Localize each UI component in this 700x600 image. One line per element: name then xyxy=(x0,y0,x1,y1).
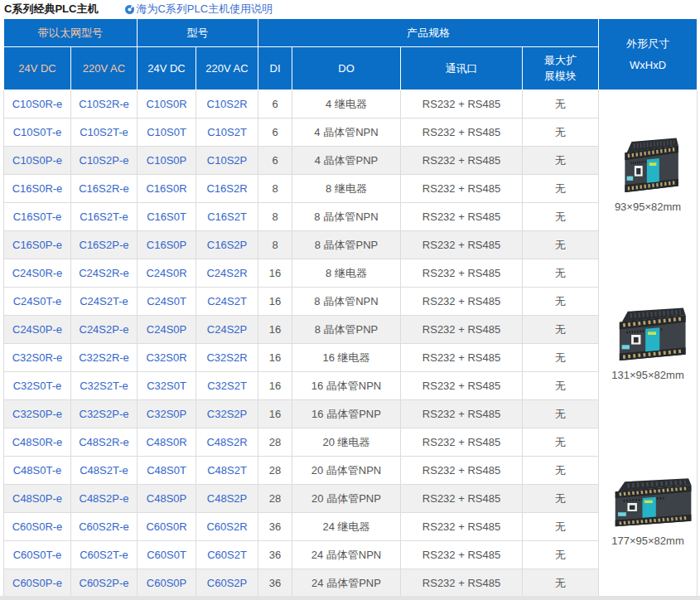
model-link-eth-220vac[interactable]: C16S2P-e xyxy=(71,231,138,259)
di-value: 8 xyxy=(258,231,292,259)
max-expansion-value: 无 xyxy=(523,541,599,569)
model-link-eth-220vac[interactable]: C24S2R-e xyxy=(71,259,138,288)
model-link-220vac[interactable]: C16S2R xyxy=(196,175,258,203)
model-link-24vdc[interactable]: C24S0P xyxy=(138,316,196,344)
plc-spec-table: 带以太网型号 型号 产品规格 外形尺寸 WxHxD 24V DC 220V AC… xyxy=(3,18,698,598)
model-link-24vdc[interactable]: C60S0R xyxy=(138,513,196,541)
model-link-220vac[interactable]: C48S2T xyxy=(196,457,258,485)
di-value: 6 xyxy=(258,119,292,147)
model-link-eth-220vac[interactable]: C24S2T-e xyxy=(71,288,138,316)
model-link-eth-24vdc[interactable]: C48S0R-e xyxy=(4,428,71,457)
model-link-24vdc[interactable]: C24S0R xyxy=(138,259,196,288)
max-expansion-value: 无 xyxy=(523,316,599,344)
model-link-eth-220vac[interactable]: C48S2T-e xyxy=(71,457,138,485)
model-link-eth-24vdc[interactable]: C10S0R-e xyxy=(4,90,71,119)
model-link-24vdc[interactable]: C32S0R xyxy=(138,344,196,372)
model-link-eth-24vdc[interactable]: C60S0P-e xyxy=(4,569,71,598)
model-link-220vac[interactable]: C32S2T xyxy=(196,372,258,400)
model-link-220vac[interactable]: C48S2R xyxy=(196,428,258,457)
model-link-eth-220vac[interactable]: C32S2R-e xyxy=(71,344,138,372)
model-link-eth-24vdc[interactable]: C24S0R-e xyxy=(4,259,71,288)
max-expansion-value: 无 xyxy=(523,288,599,316)
model-link-eth-220vac[interactable]: C60S2R-e xyxy=(71,513,138,541)
model-link-eth-24vdc[interactable]: C10S0P-e xyxy=(4,147,71,175)
model-link-eth-24vdc[interactable]: C16S0T-e xyxy=(4,203,71,231)
model-link-eth-220vac[interactable]: C32S2T-e xyxy=(71,372,138,400)
model-link-220vac[interactable]: C24S2T xyxy=(196,288,258,316)
model-link-220vac[interactable]: C10S2T xyxy=(196,119,258,147)
model-link-eth-24vdc[interactable]: C32S0P-e xyxy=(4,400,71,428)
usage-doc-link-label: 海为C系列PLC主机使用说明 xyxy=(136,2,273,17)
model-link-eth-24vdc[interactable]: C60S0T-e xyxy=(4,541,71,569)
do-value: 8 晶体管PNP xyxy=(292,316,401,344)
model-link-eth-220vac[interactable]: C60S2T-e xyxy=(71,541,138,569)
header-ethernet-models: 带以太网型号 xyxy=(4,19,138,47)
model-link-24vdc[interactable]: C60S0T xyxy=(138,541,196,569)
model-link-220vac[interactable]: C16S2T xyxy=(196,203,258,231)
model-link-eth-220vac[interactable]: C48S2R-e xyxy=(71,428,138,457)
model-link-220vac[interactable]: C60S2T xyxy=(196,541,258,569)
di-value: 16 xyxy=(258,372,292,400)
plc-product-image-large xyxy=(603,477,693,529)
model-link-220vac[interactable]: C32S2P xyxy=(196,400,258,428)
model-link-24vdc[interactable]: C16S0R xyxy=(138,175,196,203)
di-value: 36 xyxy=(258,541,292,569)
model-link-24vdc[interactable]: C32S0T xyxy=(138,372,196,400)
do-value: 24 继电器 xyxy=(292,513,401,541)
model-link-24vdc[interactable]: C60S0P xyxy=(138,569,196,598)
table-row: C48S0P-eC48S2P-eC48S0PC48S2P2820 晶体管PNPR… xyxy=(4,485,698,513)
model-link-220vac[interactable]: C60S2R xyxy=(196,513,258,541)
model-link-24vdc[interactable]: C24S0T xyxy=(138,288,196,316)
model-link-eth-220vac[interactable]: C10S2T-e xyxy=(71,119,138,147)
plc-product-image-small xyxy=(616,137,679,195)
model-link-24vdc[interactable]: C48S0R xyxy=(138,428,196,457)
model-link-eth-24vdc[interactable]: C24S0P-e xyxy=(4,316,71,344)
model-link-24vdc[interactable]: C10S0T xyxy=(138,119,196,147)
model-link-eth-24vdc[interactable]: C48S0T-e xyxy=(4,457,71,485)
model-link-24vdc[interactable]: C10S0P xyxy=(138,147,196,175)
model-link-24vdc[interactable]: C48S0T xyxy=(138,457,196,485)
model-link-24vdc[interactable]: C10S0R xyxy=(138,90,196,119)
usage-doc-link[interactable]: 海为C系列PLC主机使用说明 xyxy=(125,2,273,17)
model-link-eth-24vdc[interactable]: C10S0T-e xyxy=(4,119,71,147)
model-link-24vdc[interactable]: C16S0P xyxy=(138,231,196,259)
header-max-expansion-label: 最大扩展模块 xyxy=(543,53,578,85)
model-link-24vdc[interactable]: C32S0P xyxy=(138,400,196,428)
model-link-eth-220vac[interactable]: C32S2P-e xyxy=(71,400,138,428)
model-link-eth-24vdc[interactable]: C32S0R-e xyxy=(4,344,71,372)
model-link-eth-220vac[interactable]: C10S2R-e xyxy=(71,90,138,119)
comm-port-value: RS232 + RS485 xyxy=(401,231,523,259)
model-link-220vac[interactable]: C48S2P xyxy=(196,485,258,513)
do-value: 24 晶体管PNP xyxy=(292,569,401,598)
comm-port-value: RS232 + RS485 xyxy=(401,259,523,288)
model-link-220vac[interactable]: C32S2R xyxy=(196,344,258,372)
model-link-eth-24vdc[interactable]: C48S0P-e xyxy=(4,485,71,513)
model-link-220vac[interactable]: C10S2P xyxy=(196,147,258,175)
model-link-220vac[interactable]: C60S2P xyxy=(196,569,258,598)
model-link-eth-220vac[interactable]: C16S2T-e xyxy=(71,203,138,231)
max-expansion-value: 无 xyxy=(523,90,599,119)
comm-port-value: RS232 + RS485 xyxy=(401,203,523,231)
model-link-220vac[interactable]: C10S2R xyxy=(196,90,258,119)
model-link-24vdc[interactable]: C16S0T xyxy=(138,203,196,231)
model-link-eth-24vdc[interactable]: C24S0T-e xyxy=(4,288,71,316)
model-link-eth-220vac[interactable]: C60S2P-e xyxy=(71,569,138,598)
model-link-eth-220vac[interactable]: C10S2P-e xyxy=(71,147,138,175)
model-link-eth-24vdc[interactable]: C32S0T-e xyxy=(4,372,71,400)
table-row: C60S0T-eC60S2T-eC60S0TC60S2T3624 晶体管NPNR… xyxy=(4,541,698,569)
table-row: C16S0R-eC16S2R-eC16S0RC16S2R88 继电器RS232 … xyxy=(4,175,698,203)
model-link-220vac[interactable]: C16S2P xyxy=(196,231,258,259)
header-dimensions-name: 外形尺寸 xyxy=(599,33,697,55)
model-link-eth-220vac[interactable]: C48S2P-e xyxy=(71,485,138,513)
model-link-24vdc[interactable]: C48S0P xyxy=(138,485,196,513)
model-link-eth-220vac[interactable]: C24S2P-e xyxy=(71,316,138,344)
model-link-220vac[interactable]: C24S2R xyxy=(196,259,258,288)
max-expansion-value: 无 xyxy=(523,400,599,428)
model-link-eth-24vdc[interactable]: C60S0R-e xyxy=(4,513,71,541)
model-link-eth-24vdc[interactable]: C16S0R-e xyxy=(4,175,71,203)
model-link-eth-24vdc[interactable]: C16S0P-e xyxy=(4,231,71,259)
model-link-eth-220vac[interactable]: C16S2R-e xyxy=(71,175,138,203)
header-24vdc: 24V DC xyxy=(138,47,196,90)
model-link-220vac[interactable]: C24S2P xyxy=(196,316,258,344)
table-row: C32S0T-eC32S2T-eC32S0TC32S2T1616 晶体管NPNR… xyxy=(4,372,698,400)
